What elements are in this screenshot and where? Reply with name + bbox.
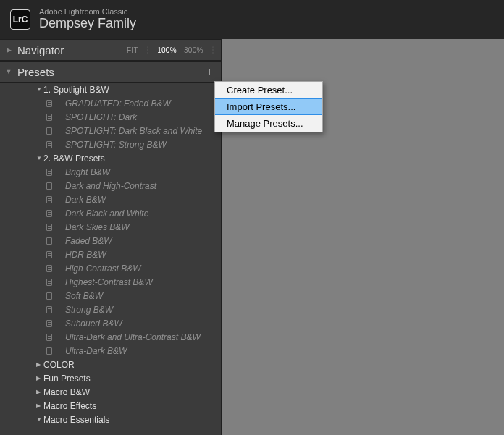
chevron-right-icon[interactable]: ▶ [36,389,43,395]
preset-label: GRADUATED: Faded B&W [10,98,171,109]
preset-group[interactable]: ▶Macro B&W [0,385,221,399]
preset-group[interactable]: ▶Fun Presets [0,371,221,385]
chevron-right-icon[interactable]: ▶ [36,375,43,381]
preset-icon [46,334,52,341]
titlebar-text: Adobe Lightroom Classic Dempsey Family [39,7,136,32]
preset-label: SPOTLIGHT: Strong B&W [10,140,167,150]
preset-group[interactable]: ▼1. Spotlight B&W [0,83,221,96]
preset-label: HDR B&W [10,250,106,260]
preset-label: Faded B&W [10,236,112,246]
preset-icon [46,237,52,245]
preset-group-label: Fun Presets [0,373,91,384]
context-menu-item[interactable]: Import Presets... [215,98,322,115]
context-menu-item[interactable]: Manage Presets... [215,115,322,132]
preset-icon [46,100,52,107]
preset-icon [46,127,52,135]
preset-item[interactable]: Strong B&W [0,303,221,316]
preset-group[interactable]: ▼2. B&W Presets [0,151,221,165]
chevron-down-icon[interactable]: ▼ [36,416,43,423]
preset-group[interactable]: ▼Macro Essentials [0,413,221,426]
left-panel-column: ▶ Navigator FIT ┆ 100% 300% ┆ ▼ Presets … [0,39,222,435]
preset-icon [46,320,52,327]
preset-group-label: Macro B&W [0,387,90,397]
preset-item[interactable]: Dark Black and White [0,206,221,220]
preset-label: Ultra-Dark B&W [10,346,127,356]
presets-title: Presets [17,66,203,78]
preset-group-label: Macro Effects [0,401,96,411]
preset-item[interactable]: Faded B&W [0,234,221,248]
preset-icon [46,265,52,272]
preset-icon [46,279,52,286]
preset-group-label: 1. Spotlight B&W [0,85,109,95]
preset-icon [46,182,52,190]
preset-item[interactable]: Bright B&W [0,165,221,179]
panel-collapse-icon[interactable]: ▶ [4,46,13,54]
preset-item[interactable]: Highest-Contrast B&W [0,275,221,289]
navigator-title: Navigator [17,44,127,56]
preset-icon [46,306,52,313]
preset-item[interactable]: SPOTLIGHT: Strong B&W [0,138,221,151]
preset-label: SPOTLIGHT: Dark [10,112,137,122]
zoom-fit-button[interactable]: FIT [127,46,138,54]
chevron-down-icon[interactable]: ▼ [36,155,43,161]
zoom-100-button[interactable]: 100% [157,46,177,54]
zoom-separator-icon: ┆ [146,46,150,54]
preset-label: High-Contrast B&W [10,263,141,274]
preset-item[interactable]: GRADUATED: Faded B&W [0,96,221,110]
chevron-down-icon[interactable]: ▼ [36,86,43,93]
project-name: Dempsey Family [39,16,136,32]
preset-context-menu: Create Preset...Import Presets...Manage … [214,81,323,132]
preset-label: SPOTLIGHT: Dark Black and White [10,126,202,136]
app-logo-icon: LrC [10,9,30,30]
preset-item[interactable]: Soft B&W [0,289,221,303]
preset-icon [46,292,52,300]
panel-expand-icon[interactable]: ▼ [4,68,13,75]
preset-item[interactable]: Dark Skies B&W [0,220,221,234]
preset-item[interactable]: Ultra-Dark B&W [0,344,221,358]
preset-label: Dark B&W [10,195,106,205]
zoom-300-button[interactable]: 300% [184,46,203,54]
preset-item[interactable]: HDR B&W [0,248,221,261]
preset-item[interactable]: SPOTLIGHT: Dark [0,110,221,124]
preset-item[interactable]: Ultra-Dark and Ultra-Contrast B&W [0,330,221,344]
add-preset-button[interactable]: + [203,66,215,77]
preset-group[interactable]: ▶Macro Effects [0,399,221,413]
preset-label: Dark Skies B&W [10,222,130,232]
preset-group-label: Macro Essentials [0,415,109,425]
preset-item[interactable]: Dark B&W [0,193,221,206]
app-name: Adobe Lightroom Classic [39,7,136,16]
preset-icon [46,196,52,203]
preset-label: Ultra-Dark and Ultra-Contrast B&W [10,332,201,342]
preset-label: Soft B&W [10,291,103,301]
preset-item[interactable]: Subdued B&W [0,316,221,330]
preset-icon [46,169,52,176]
preset-label: Strong B&W [10,305,113,315]
preset-icon [46,347,52,355]
preset-label: Subdued B&W [10,318,122,329]
navigator-panel-header[interactable]: ▶ Navigator FIT ┆ 100% 300% ┆ [0,39,221,61]
preset-icon [46,224,52,231]
chevron-right-icon[interactable]: ▶ [36,402,43,409]
preset-item[interactable]: SPOTLIGHT: Dark Black and White [0,124,221,138]
context-menu-item[interactable]: Create Preset... [215,82,322,98]
preset-item[interactable]: Dark and High-Contrast [0,179,221,193]
preset-label: Bright B&W [10,167,110,177]
preset-item[interactable]: High-Contrast B&W [0,261,221,275]
preset-icon [46,114,52,121]
preset-icon [46,251,52,258]
preset-label: Highest-Contrast B&W [10,277,153,287]
preset-label: Dark and High-Contrast [10,181,156,191]
zoom-stepper-icon[interactable]: ┆ [211,46,215,54]
preset-icon [46,141,52,148]
preset-label: Dark Black and White [10,208,148,219]
preset-group-label: 2. B&W Presets [0,153,105,164]
presets-tree[interactable]: ▼1. Spotlight B&WGRADUATED: Faded B&WSPO… [0,83,221,435]
preset-icon [46,210,52,217]
presets-panel-header[interactable]: ▼ Presets + [0,61,221,83]
preset-group[interactable]: ▶COLOR [0,358,221,371]
chevron-right-icon[interactable]: ▶ [36,361,43,368]
titlebar: LrC Adobe Lightroom Classic Dempsey Fami… [0,0,504,39]
